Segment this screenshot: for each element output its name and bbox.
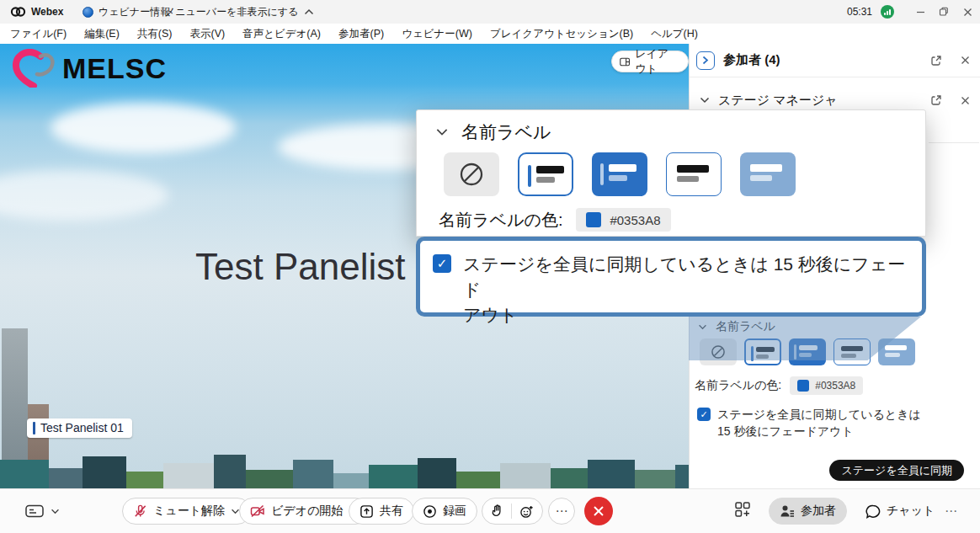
record-button[interactable]: 録画 bbox=[412, 498, 477, 525]
hide-menubar-button[interactable]: メニューバーを非表示にする bbox=[165, 0, 314, 24]
camera-off-icon bbox=[250, 504, 265, 518]
menu-edit[interactable]: 編集(E) bbox=[84, 27, 120, 41]
name-label-zoom-popup: 名前ラベル 名前ラベルの色: bbox=[416, 109, 926, 237]
participants-toggle-button[interactable]: 参加者 bbox=[769, 498, 847, 525]
popup-header[interactable]: 名前ラベル bbox=[435, 120, 551, 144]
webinar-info-icon bbox=[83, 7, 93, 18]
emoji-reactions-icon bbox=[519, 504, 534, 519]
name-label-color-chip[interactable]: #0353A8 bbox=[576, 208, 670, 232]
brand-name: MELSC bbox=[62, 52, 167, 85]
participants-panel-title: 参加者 (4) bbox=[723, 52, 780, 68]
participants-panel-header: 参加者 (4) bbox=[690, 44, 980, 77]
chevron-down-icon bbox=[435, 128, 449, 136]
titlebar: Webex ウェビナー情報 メニューバーを非表示にする 05:31 bbox=[0, 0, 980, 24]
signal-bars-icon bbox=[881, 5, 894, 19]
apps-grid-icon bbox=[734, 501, 751, 518]
menu-help[interactable]: ヘルプ(H) bbox=[651, 27, 698, 41]
reactions-button[interactable] bbox=[519, 504, 534, 519]
minimize-icon bbox=[916, 8, 925, 17]
brand-logo: MELSC bbox=[12, 49, 167, 88]
sync-stage-to-all-button[interactable]: ステージを全員に同期 bbox=[829, 460, 964, 481]
layout-button[interactable]: レイアウト bbox=[611, 51, 689, 72]
sync-fadeout-callout: ステージを全員に同期しているときは 15 秒後にフェード アウト bbox=[416, 237, 926, 317]
chevron-down-icon bbox=[51, 509, 60, 514]
name-label-style-accent-bar-selected[interactable] bbox=[518, 152, 573, 196]
menu-webinar[interactable]: ウェビナー(W) bbox=[402, 27, 472, 41]
leave-meeting-button[interactable] bbox=[584, 497, 613, 525]
unmute-button[interactable]: ミュート解除 bbox=[122, 498, 251, 525]
speaker-display-name: Test Panelist bbox=[195, 246, 405, 288]
menu-breakout[interactable]: ブレイクアウトセッション(B) bbox=[490, 27, 633, 41]
close-stage-manager-button[interactable] bbox=[957, 93, 972, 108]
name-label-style-none[interactable] bbox=[444, 152, 499, 196]
popout-stage-manager-button[interactable] bbox=[929, 93, 944, 108]
menu-view[interactable]: 表示(V) bbox=[189, 27, 225, 41]
participants-toggle-label: 参加者 bbox=[801, 504, 836, 519]
webex-logo-icon bbox=[10, 6, 26, 18]
sync-fadeout-checkbox-row: ステージを全員に同期しているときは 15 秒後にフェードアウト bbox=[697, 406, 921, 440]
color-value: #0353A8 bbox=[610, 213, 660, 227]
webinar-info-button[interactable]: ウェビナー情報 bbox=[83, 0, 170, 24]
name-label-color-chip[interactable]: #0353A8 bbox=[790, 376, 863, 395]
more-options-label: ⋯ bbox=[556, 504, 568, 519]
share-screen-icon bbox=[360, 504, 374, 519]
panel-options-button[interactable] bbox=[734, 501, 751, 521]
popout-participants-button[interactable] bbox=[929, 53, 944, 68]
restore-button[interactable] bbox=[933, 0, 955, 24]
share-button[interactable]: 共有 bbox=[349, 498, 414, 525]
minimize-button[interactable] bbox=[909, 0, 931, 24]
webex-logo: Webex bbox=[10, 0, 63, 24]
menu-file[interactable]: ファイル(F) bbox=[10, 27, 67, 41]
close-window-button[interactable] bbox=[956, 0, 978, 24]
name-label-style-translucent[interactable] bbox=[740, 152, 796, 196]
microphone-muted-icon bbox=[133, 504, 147, 519]
connection-quality-indicator[interactable] bbox=[881, 0, 894, 24]
close-icon bbox=[593, 505, 605, 517]
menu-audio-video[interactable]: 音声とビデオ(A) bbox=[242, 27, 321, 41]
menu-participants[interactable]: 参加者(P) bbox=[338, 27, 384, 41]
color-swatch bbox=[797, 380, 809, 392]
divider bbox=[511, 504, 512, 519]
meeting-timer: 05:31 bbox=[847, 0, 872, 24]
captions-control[interactable] bbox=[25, 498, 60, 525]
chevron-right-icon bbox=[702, 56, 709, 65]
chat-toggle-label: チャット bbox=[887, 504, 935, 519]
popup-title: 名前ラベル bbox=[461, 120, 551, 144]
popout-icon bbox=[930, 55, 942, 67]
reactions-control bbox=[482, 498, 543, 525]
webinar-info-label: ウェビナー情報 bbox=[99, 5, 170, 19]
record-label: 録画 bbox=[443, 504, 466, 519]
closed-captions-icon bbox=[25, 504, 44, 519]
chevron-up-icon bbox=[304, 8, 314, 15]
layout-button-label: レイアウト bbox=[635, 46, 678, 77]
close-participants-button[interactable] bbox=[957, 53, 972, 68]
name-label-color-label: 名前ラベルの色: bbox=[439, 209, 562, 232]
popout-icon bbox=[930, 94, 942, 106]
start-video-label: ビデオの開始 bbox=[271, 504, 343, 519]
sync-fadeout-checkbox-large[interactable] bbox=[433, 254, 451, 273]
unmute-label: ミュート解除 bbox=[153, 504, 225, 519]
color-value: #0353A8 bbox=[815, 380, 855, 392]
name-label-style-blue-filled[interactable] bbox=[592, 152, 647, 196]
chat-toggle-button[interactable]: チャット bbox=[855, 498, 945, 525]
more-panels-button[interactable]: ⋯ bbox=[945, 498, 957, 525]
hide-menubar-label: メニューバーを非表示にする bbox=[165, 5, 298, 19]
name-label-style-options-large bbox=[444, 152, 796, 196]
participants-icon bbox=[780, 504, 795, 518]
more-panels-label: ⋯ bbox=[945, 504, 957, 519]
more-options-button[interactable]: ⋯ bbox=[548, 498, 575, 525]
close-icon bbox=[961, 96, 970, 105]
share-label: 共有 bbox=[380, 504, 403, 519]
collapse-stage-manager-button[interactable] bbox=[700, 97, 710, 104]
prohibition-icon bbox=[458, 161, 485, 188]
name-label-style-plain[interactable] bbox=[666, 152, 722, 196]
restore-icon bbox=[939, 7, 949, 17]
sync-fadeout-checkbox[interactable] bbox=[697, 408, 711, 421]
divider bbox=[929, 142, 979, 143]
name-label-accent-bar bbox=[33, 422, 35, 434]
color-swatch bbox=[586, 212, 601, 227]
expand-participants-button[interactable] bbox=[696, 51, 715, 70]
chat-bubble-icon bbox=[865, 504, 881, 519]
menu-share[interactable]: 共有(S) bbox=[137, 27, 173, 41]
raise-hand-button[interactable] bbox=[491, 504, 503, 519]
